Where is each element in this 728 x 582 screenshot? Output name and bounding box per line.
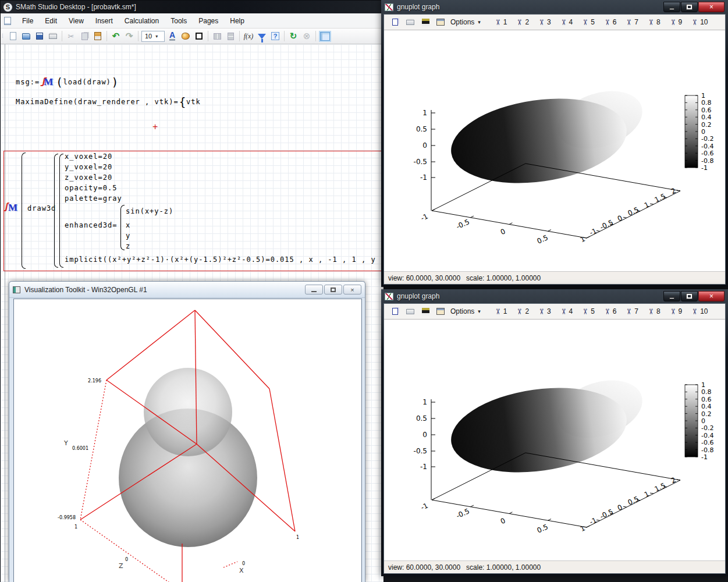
options-button[interactable] bbox=[434, 306, 447, 317]
save-button[interactable] bbox=[419, 306, 432, 317]
close-button[interactable]: × bbox=[698, 2, 725, 12]
close-icon: × bbox=[709, 292, 713, 300]
setting-x-voxel[interactable]: x_voxel=20 bbox=[65, 151, 112, 161]
function-button[interactable]: f(x) bbox=[243, 30, 254, 42]
minimize-button[interactable] bbox=[663, 291, 680, 301]
maximize-button[interactable] bbox=[324, 285, 342, 294]
options-label[interactable]: Options bbox=[450, 18, 474, 26]
menu-item-pages[interactable]: Pages bbox=[193, 15, 223, 27]
clip-button-5[interactable]: ✂5 bbox=[578, 307, 598, 316]
border-button[interactable] bbox=[193, 30, 205, 42]
print-button[interactable] bbox=[404, 16, 417, 28]
redo-button[interactable]: ↷ bbox=[123, 30, 135, 42]
menu-item-tools[interactable]: Tools bbox=[165, 15, 192, 27]
gnuplot-plot-area[interactable]: 1 0.5 0 -0.5 -1 -1 -0.5 0 0.5 1 bbox=[384, 320, 725, 560]
reference-button[interactable]: ? bbox=[269, 30, 281, 42]
clip-button-8[interactable]: ✂8 bbox=[644, 18, 664, 27]
paste-button[interactable] bbox=[92, 30, 104, 42]
filter-button[interactable] bbox=[256, 30, 268, 42]
setting-opacity[interactable]: opacity=0.5 bbox=[65, 183, 117, 193]
gnuplot-titlebar[interactable]: gnuplot graph × bbox=[383, 289, 726, 303]
options-label[interactable]: Options bbox=[450, 307, 474, 315]
maximize-icon bbox=[331, 288, 336, 292]
maximize-button[interactable] bbox=[681, 2, 698, 12]
expression-msg-load-draw[interactable]: msg:= ʃM ( load(draw) ) bbox=[16, 76, 119, 88]
font-color-button[interactable]: A bbox=[166, 30, 178, 42]
cut-button[interactable]: ✂ bbox=[65, 30, 77, 42]
gnuplot-plot-area[interactable]: 1 0.5 0 -0.5 -1 -1 -0.5 0 0.5 1 bbox=[384, 30, 725, 271]
clip-button-7[interactable]: ✂7 bbox=[622, 307, 642, 316]
toolbar-drag-handle[interactable]: ⁞ bbox=[2, 33, 5, 39]
clip-button-4[interactable]: ✂4 bbox=[557, 18, 577, 27]
printer-icon bbox=[406, 20, 414, 25]
maximize-button[interactable] bbox=[681, 291, 698, 301]
copy-button[interactable] bbox=[79, 30, 90, 42]
clip-button-2[interactable]: ✂2 bbox=[513, 18, 532, 27]
gnuplot-window: gnuplot graph × Options ▾ ✂1 ✂2 ✂3 ✂4 ✂5… bbox=[381, 0, 728, 287]
clip-button-2[interactable]: ✂2 bbox=[513, 307, 532, 316]
menu-item-view[interactable]: View bbox=[63, 15, 89, 27]
clip-button-10[interactable]: ✂10 bbox=[688, 307, 711, 316]
close-button[interactable]: × bbox=[343, 285, 361, 294]
menu-item-insert[interactable]: Insert bbox=[90, 15, 118, 27]
clip-button-7[interactable]: ✂7 bbox=[622, 18, 642, 27]
copy-button[interactable] bbox=[389, 16, 402, 28]
undo-button[interactable]: ↶ bbox=[110, 30, 122, 42]
clip-button-4[interactable]: ✂4 bbox=[557, 307, 577, 316]
stop-button[interactable]: ⊗ bbox=[301, 30, 312, 42]
vtk-titlebar[interactable]: Visualization Toolkit - Win32OpenGL #1 × bbox=[9, 282, 365, 298]
svg-text:0: 0 bbox=[616, 503, 624, 512]
clip-button-3[interactable]: ✂3 bbox=[535, 18, 555, 27]
copy-button[interactable] bbox=[389, 306, 402, 317]
menu-item-calculation[interactable]: Calculation bbox=[119, 15, 164, 27]
setting-y-voxel[interactable]: y_voxel=20 bbox=[65, 162, 112, 172]
open-button[interactable] bbox=[20, 30, 32, 42]
clip-button-1[interactable]: ✂1 bbox=[491, 307, 511, 316]
menu-item-file[interactable]: File bbox=[17, 15, 38, 27]
close-button[interactable]: × bbox=[698, 291, 725, 301]
clip-button-6[interactable]: ✂6 bbox=[601, 307, 620, 316]
implicit-expression[interactable]: implicit((x²+y²+z²-1)·(x²+(y-1.5)²+z²-0.… bbox=[65, 254, 383, 264]
insert-cursor-cross[interactable]: + bbox=[152, 122, 158, 132]
align-horizontal-button[interactable] bbox=[211, 30, 223, 42]
draw3d-label[interactable]: draw3d bbox=[27, 204, 56, 212]
options-icon bbox=[436, 19, 445, 26]
minimize-button[interactable] bbox=[305, 285, 323, 294]
menu-item-help[interactable]: Help bbox=[225, 15, 250, 27]
clip-button-9[interactable]: ✂9 bbox=[666, 307, 686, 316]
gnuplot-titlebar[interactable]: gnuplot graph × bbox=[383, 0, 726, 14]
align-vertical-button[interactable] bbox=[225, 30, 236, 42]
save-button[interactable] bbox=[419, 16, 432, 28]
close-icon: × bbox=[709, 3, 713, 11]
clip-button-5[interactable]: ✂5 bbox=[578, 18, 598, 27]
new-document-button[interactable] bbox=[7, 30, 19, 42]
open-brace: { bbox=[179, 95, 186, 108]
save-button[interactable] bbox=[34, 30, 45, 42]
print-button[interactable] bbox=[404, 306, 417, 317]
svg-text:-0.2: -0.2 bbox=[701, 424, 713, 432]
clip-button-10[interactable]: ✂10 bbox=[688, 18, 711, 27]
svg-text:-0.5: -0.5 bbox=[455, 218, 471, 231]
minimize-button[interactable] bbox=[663, 2, 680, 12]
options-button[interactable] bbox=[434, 16, 447, 28]
clip-button-8[interactable]: ✂8 bbox=[644, 307, 664, 316]
menu-item-edit[interactable]: Edit bbox=[40, 15, 62, 27]
smath-titlebar[interactable]: S SMath Studio Desktop - [probavtk.sm*] bbox=[1, 1, 383, 13]
svg-text:1.5: 1.5 bbox=[654, 192, 667, 204]
svg-text:Y: Y bbox=[63, 439, 68, 447]
setting-z-voxel[interactable]: z_voxel=20 bbox=[65, 172, 112, 182]
expression-maximadefine[interactable]: MaximaDefine(draw_renderer , vtk)= { vtk bbox=[16, 95, 201, 108]
clip-button-3[interactable]: ✂3 bbox=[535, 307, 555, 316]
recalculate-button[interactable]: ↻ bbox=[287, 30, 299, 42]
vtk-render-canvas[interactable]: 2.196 Y 0.6001 -0.9958 1 Z 0 0 X 1 bbox=[13, 299, 362, 582]
font-size-combobox[interactable]: 10 ▾ bbox=[141, 31, 165, 42]
clip-button-9[interactable]: ✂9 bbox=[666, 18, 686, 27]
draw3d-args-paren bbox=[54, 154, 58, 268]
clip-button-6[interactable]: ✂6 bbox=[601, 18, 620, 27]
enhanced3d-label[interactable]: enhanced3d= bbox=[65, 220, 117, 230]
background-color-button[interactable] bbox=[180, 30, 191, 42]
clip-button-1[interactable]: ✂1 bbox=[491, 18, 511, 27]
setting-palette[interactable]: palette=gray bbox=[65, 193, 122, 203]
side-panel-toggle-button[interactable] bbox=[319, 30, 331, 42]
print-button[interactable] bbox=[47, 30, 59, 42]
